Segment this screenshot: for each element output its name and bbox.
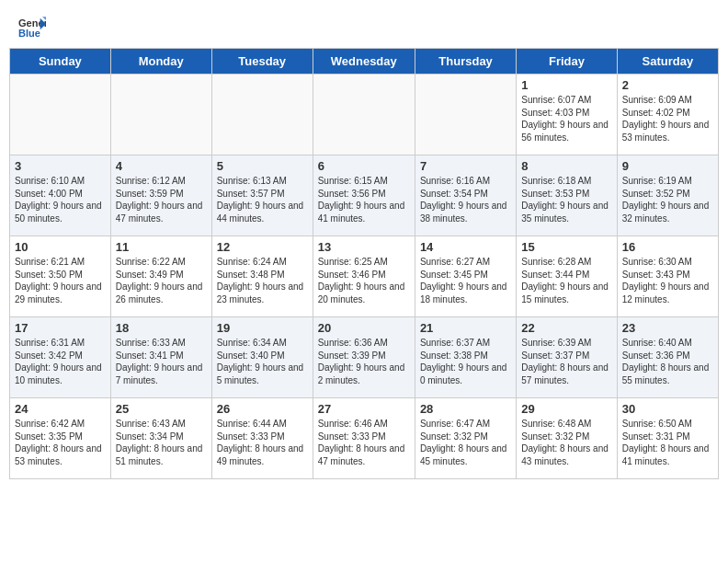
day-info: Sunrise: 6:25 AM Sunset: 3:46 PM Dayligh… xyxy=(318,256,410,305)
day-info: Sunrise: 6:44 AM Sunset: 3:33 PM Dayligh… xyxy=(217,418,308,467)
day-cell: 20Sunrise: 6:36 AM Sunset: 3:39 PM Dayli… xyxy=(313,317,415,398)
week-row-1: 1Sunrise: 6:07 AM Sunset: 4:03 PM Daylig… xyxy=(10,75,719,155)
day-info: Sunrise: 6:19 AM Sunset: 3:52 PM Dayligh… xyxy=(622,175,713,224)
day-cell: 28Sunrise: 6:47 AM Sunset: 3:32 PM Dayli… xyxy=(415,398,516,479)
day-header-wednesday: Wednesday xyxy=(313,49,415,75)
day-info: Sunrise: 6:18 AM Sunset: 3:53 PM Dayligh… xyxy=(521,175,611,224)
day-info: Sunrise: 6:12 AM Sunset: 3:59 PM Dayligh… xyxy=(116,175,207,224)
day-cell: 27Sunrise: 6:46 AM Sunset: 3:33 PM Dayli… xyxy=(313,398,415,479)
day-info: Sunrise: 6:28 AM Sunset: 3:44 PM Dayligh… xyxy=(521,256,611,305)
day-header-sunday: Sunday xyxy=(10,49,111,75)
day-number: 11 xyxy=(116,240,207,254)
day-number: 29 xyxy=(521,402,611,416)
day-number: 22 xyxy=(521,321,611,335)
calendar-table: SundayMondayTuesdayWednesdayThursdayFrid… xyxy=(9,48,719,479)
day-number: 5 xyxy=(217,159,308,173)
day-cell: 9Sunrise: 6:19 AM Sunset: 3:52 PM Daylig… xyxy=(617,155,718,236)
day-info: Sunrise: 6:50 AM Sunset: 3:31 PM Dayligh… xyxy=(622,418,713,467)
day-number: 18 xyxy=(116,321,207,335)
logo-icon: General Blue xyxy=(18,17,46,39)
day-cell: 7Sunrise: 6:16 AM Sunset: 3:54 PM Daylig… xyxy=(415,155,516,236)
day-cell: 26Sunrise: 6:44 AM Sunset: 3:33 PM Dayli… xyxy=(211,398,313,479)
day-info: Sunrise: 6:22 AM Sunset: 3:49 PM Dayligh… xyxy=(116,256,207,305)
day-info: Sunrise: 6:07 AM Sunset: 4:03 PM Dayligh… xyxy=(521,94,611,144)
day-cell: 25Sunrise: 6:43 AM Sunset: 3:34 PM Dayli… xyxy=(110,398,211,479)
day-cell: 2Sunrise: 6:09 AM Sunset: 4:02 PM Daylig… xyxy=(617,75,718,155)
day-cell: 30Sunrise: 6:50 AM Sunset: 3:31 PM Dayli… xyxy=(617,398,718,479)
day-info: Sunrise: 6:39 AM Sunset: 3:37 PM Dayligh… xyxy=(521,337,611,386)
day-number: 17 xyxy=(15,321,106,335)
day-cell xyxy=(415,75,516,155)
day-info: Sunrise: 6:15 AM Sunset: 3:56 PM Dayligh… xyxy=(318,175,410,224)
day-number: 2 xyxy=(622,78,713,92)
svg-text:Blue: Blue xyxy=(18,28,40,39)
day-cell: 6Sunrise: 6:15 AM Sunset: 3:56 PM Daylig… xyxy=(313,155,415,236)
day-cell: 19Sunrise: 6:34 AM Sunset: 3:40 PM Dayli… xyxy=(211,317,313,398)
day-info: Sunrise: 6:42 AM Sunset: 3:35 PM Dayligh… xyxy=(15,418,106,467)
day-number: 8 xyxy=(521,159,611,173)
day-cell: 15Sunrise: 6:28 AM Sunset: 3:44 PM Dayli… xyxy=(517,236,617,317)
day-info: Sunrise: 6:24 AM Sunset: 3:48 PM Dayligh… xyxy=(217,256,308,305)
day-cell: 29Sunrise: 6:48 AM Sunset: 3:32 PM Dayli… xyxy=(517,398,617,479)
day-info: Sunrise: 6:36 AM Sunset: 3:39 PM Dayligh… xyxy=(318,337,410,386)
day-header-tuesday: Tuesday xyxy=(211,49,313,75)
day-number: 21 xyxy=(420,321,511,335)
day-cell xyxy=(211,75,313,155)
day-cell: 4Sunrise: 6:12 AM Sunset: 3:59 PM Daylig… xyxy=(110,155,211,236)
day-cell: 22Sunrise: 6:39 AM Sunset: 3:37 PM Dayli… xyxy=(517,317,617,398)
week-row-3: 10Sunrise: 6:21 AM Sunset: 3:50 PM Dayli… xyxy=(10,236,719,317)
page-header: General Blue xyxy=(0,0,728,48)
day-info: Sunrise: 6:34 AM Sunset: 3:40 PM Dayligh… xyxy=(217,337,308,386)
day-cell: 3Sunrise: 6:10 AM Sunset: 4:00 PM Daylig… xyxy=(10,155,111,236)
week-row-5: 24Sunrise: 6:42 AM Sunset: 3:35 PM Dayli… xyxy=(10,398,719,479)
day-number: 14 xyxy=(420,240,511,254)
day-header-saturday: Saturday xyxy=(617,49,718,75)
day-cell: 18Sunrise: 6:33 AM Sunset: 3:41 PM Dayli… xyxy=(110,317,211,398)
header-row: SundayMondayTuesdayWednesdayThursdayFrid… xyxy=(10,49,719,75)
day-header-friday: Friday xyxy=(517,49,617,75)
week-row-2: 3Sunrise: 6:10 AM Sunset: 4:00 PM Daylig… xyxy=(10,155,719,236)
day-number: 10 xyxy=(15,240,106,254)
day-cell: 14Sunrise: 6:27 AM Sunset: 3:45 PM Dayli… xyxy=(415,236,516,317)
day-number: 1 xyxy=(521,78,611,92)
day-info: Sunrise: 6:13 AM Sunset: 3:57 PM Dayligh… xyxy=(217,175,308,224)
day-number: 23 xyxy=(622,321,713,335)
day-cell xyxy=(110,75,211,155)
day-info: Sunrise: 6:21 AM Sunset: 3:50 PM Dayligh… xyxy=(15,256,106,305)
day-cell: 24Sunrise: 6:42 AM Sunset: 3:35 PM Dayli… xyxy=(10,398,111,479)
day-info: Sunrise: 6:27 AM Sunset: 3:45 PM Dayligh… xyxy=(420,256,511,305)
day-info: Sunrise: 6:10 AM Sunset: 4:00 PM Dayligh… xyxy=(15,175,106,224)
day-number: 19 xyxy=(217,321,308,335)
day-number: 13 xyxy=(318,240,410,254)
day-cell: 12Sunrise: 6:24 AM Sunset: 3:48 PM Dayli… xyxy=(211,236,313,317)
day-number: 25 xyxy=(116,402,207,416)
day-number: 9 xyxy=(622,159,713,173)
day-info: Sunrise: 6:30 AM Sunset: 3:43 PM Dayligh… xyxy=(622,256,713,305)
day-info: Sunrise: 6:46 AM Sunset: 3:33 PM Dayligh… xyxy=(318,418,410,467)
day-number: 6 xyxy=(318,159,410,173)
day-cell: 8Sunrise: 6:18 AM Sunset: 3:53 PM Daylig… xyxy=(517,155,617,236)
day-cell: 10Sunrise: 6:21 AM Sunset: 3:50 PM Dayli… xyxy=(10,236,111,317)
day-cell: 5Sunrise: 6:13 AM Sunset: 3:57 PM Daylig… xyxy=(211,155,313,236)
day-cell: 11Sunrise: 6:22 AM Sunset: 3:49 PM Dayli… xyxy=(110,236,211,317)
day-cell xyxy=(10,75,111,155)
day-info: Sunrise: 6:40 AM Sunset: 3:36 PM Dayligh… xyxy=(622,337,713,386)
day-header-monday: Monday xyxy=(110,49,211,75)
day-info: Sunrise: 6:37 AM Sunset: 3:38 PM Dayligh… xyxy=(420,337,511,386)
day-info: Sunrise: 6:09 AM Sunset: 4:02 PM Dayligh… xyxy=(622,94,713,144)
day-info: Sunrise: 6:48 AM Sunset: 3:32 PM Dayligh… xyxy=(521,418,611,467)
day-number: 16 xyxy=(622,240,713,254)
day-number: 3 xyxy=(15,159,106,173)
day-number: 30 xyxy=(622,402,713,416)
day-cell: 16Sunrise: 6:30 AM Sunset: 3:43 PM Dayli… xyxy=(617,236,718,317)
day-number: 15 xyxy=(521,240,611,254)
day-cell: 17Sunrise: 6:31 AM Sunset: 3:42 PM Dayli… xyxy=(10,317,111,398)
day-info: Sunrise: 6:16 AM Sunset: 3:54 PM Dayligh… xyxy=(420,175,511,224)
day-cell: 13Sunrise: 6:25 AM Sunset: 3:46 PM Dayli… xyxy=(313,236,415,317)
day-number: 7 xyxy=(420,159,511,173)
day-cell: 21Sunrise: 6:37 AM Sunset: 3:38 PM Dayli… xyxy=(415,317,516,398)
day-number: 24 xyxy=(15,402,106,416)
day-number: 28 xyxy=(420,402,511,416)
day-number: 20 xyxy=(318,321,410,335)
day-info: Sunrise: 6:43 AM Sunset: 3:34 PM Dayligh… xyxy=(116,418,207,467)
